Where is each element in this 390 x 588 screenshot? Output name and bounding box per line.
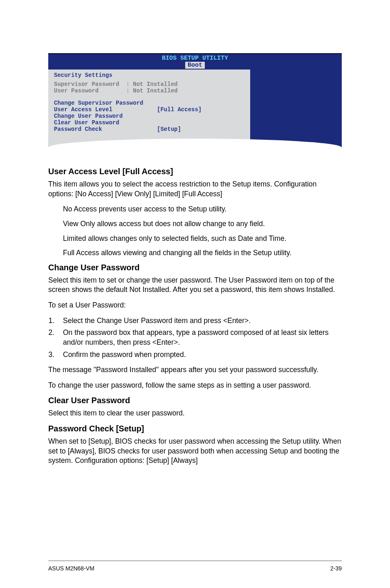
bios-section-header: Security Settings — [54, 72, 245, 79]
bios-item-change-supervisor: Change Supervisor Password — [54, 100, 245, 106]
indented-block: No Access prevents user access to the Se… — [48, 204, 342, 258]
bios-item-change-user: Change User Password — [54, 113, 245, 119]
paragraph: The message "Password Installed" appears… — [48, 365, 342, 375]
paragraph: Full Access allows viewing and changing … — [63, 248, 342, 258]
spacer — [54, 94, 245, 100]
bios-status-user: User Password : Not Installed — [54, 88, 245, 94]
bios-title-text: BIOS SETUP UTILITY — [162, 55, 228, 62]
bios-body: Security Settings Supervisor Password : … — [48, 70, 342, 147]
bios-tab-row: Boot — [48, 62, 342, 69]
paragraph: This item allows you to select the acces… — [48, 180, 342, 199]
bios-status-supervisor: Supervisor Password : Not Installed — [54, 81, 245, 88]
bios-tab-boot: Boot — [185, 62, 205, 69]
footer-left: ASUS M2N68-VM — [48, 565, 94, 572]
bios-item-clear-user: Clear User Password — [54, 119, 245, 126]
footer-right: 2-39 — [330, 565, 342, 572]
paragraph: To change the user password, follow the … — [48, 381, 342, 391]
bios-item-user-access: User Access Level [Full Access] — [54, 106, 245, 113]
bios-titlebar: BIOS SETUP UTILITY Boot — [48, 54, 342, 70]
list-item: On the password box that appears, type a… — [56, 328, 342, 347]
heading-user-access-level: User Access Level [Full Access] — [48, 167, 342, 176]
paragraph: No Access prevents user access to the Se… — [63, 204, 342, 214]
heading-change-user-password: Change User Password — [48, 263, 342, 272]
paragraph: Select this item to clear the user passw… — [48, 408, 342, 418]
paragraph: Limited allows changes only to selected … — [63, 234, 342, 244]
heading-clear-user-password: Clear User Password — [48, 396, 342, 405]
list-item: Select the Change User Password item and… — [56, 316, 342, 326]
paragraph: When set to [Setup], BIOS checks for use… — [48, 437, 342, 466]
paragraph: Select this item to set or change the us… — [48, 276, 342, 295]
paragraph: View Only allows access but does not all… — [63, 219, 342, 229]
list-item: Confirm the password when prompted. — [56, 350, 342, 360]
paragraph: To set a User Password: — [48, 301, 342, 310]
bios-right-panel — [250, 70, 342, 147]
bios-left-panel: Security Settings Supervisor Password : … — [48, 70, 250, 147]
page-footer: ASUS M2N68-VM 2-39 — [48, 561, 342, 572]
ordered-list: Select the Change User Password item and… — [48, 316, 342, 360]
bios-item-password-check: Password Check [Setup] — [54, 126, 245, 132]
heading-password-check: Password Check [Setup] — [48, 424, 342, 433]
page: BIOS SETUP UTILITY Boot Security Setting… — [0, 0, 390, 588]
bios-screenshot: BIOS SETUP UTILITY Boot Security Setting… — [48, 53, 342, 147]
